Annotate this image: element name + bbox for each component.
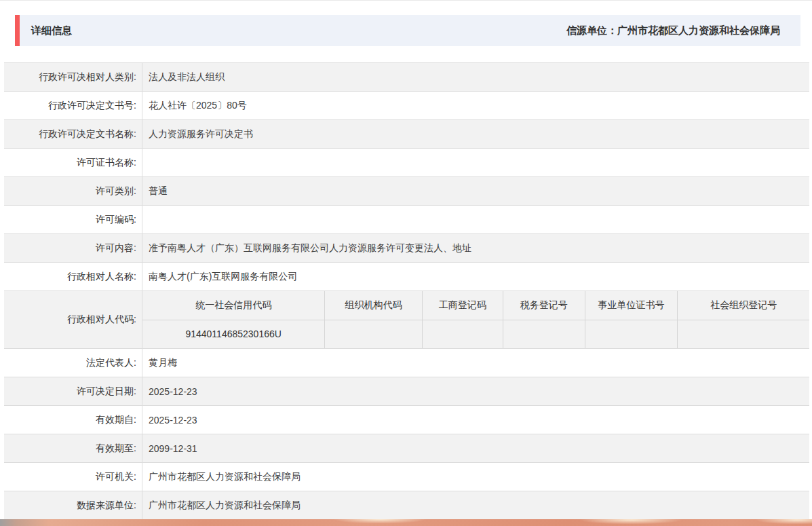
row-label: 有效期至: — [4, 434, 142, 462]
table-row: 数据来源单位:广州市花都区人力资源和社会保障局 — [4, 491, 809, 520]
row-label: 许可证书名称: — [4, 149, 142, 176]
row-label: 行政许可决相对人类别: — [4, 63, 142, 91]
table-row: 法定代表人:黄月梅 — [4, 349, 809, 377]
table-row: 行政许可决相对人类别:法人及非法人组织 — [4, 63, 809, 92]
table-row: 许可决定日期:2025-12-23 — [4, 377, 809, 406]
code-column-header: 统一社会信用代码 — [142, 291, 325, 320]
row-value: 人力资源服务许可决定书 — [142, 120, 809, 148]
row-label: 行政许可决定文书号: — [4, 92, 142, 119]
row-label: 行政相对人名称: — [4, 263, 142, 290]
row-value: 准予南粤人才（广东）互联网服务有限公司人力资源服务许可变更法人、地址 — [142, 234, 809, 262]
table-row: 行政许可决定文书号:花人社许〔2025〕80号 — [4, 92, 809, 120]
table-row: 许可内容:准予南粤人才（广东）互联网服务有限公司人力资源服务许可变更法人、地址 — [4, 234, 809, 263]
row-value: 南粤人才(广东)互联网服务有限公司 — [142, 263, 809, 290]
row-label: 行政许可决定文书名称: — [4, 120, 142, 148]
row-label: 许可类别: — [4, 177, 142, 205]
code-column-header: 事业单位证书号 — [585, 291, 678, 320]
code-value-row: 91440114685230166U — [142, 320, 809, 349]
row-value: 花人社许〔2025〕80号 — [142, 92, 809, 119]
table-row: 行政相对人代码:统一社会信用代码组织机构代码工商登记码税务登记号事业单位证书号社… — [4, 291, 809, 349]
row-label: 许可编码: — [4, 206, 142, 233]
code-column-header: 组织机构代码 — [325, 291, 423, 320]
code-value: 91440114685230166U — [142, 320, 325, 349]
table-row: 许可编码: — [4, 206, 809, 234]
code-value — [585, 320, 678, 349]
row-label: 法定代表人: — [4, 349, 142, 377]
table-row: 有效期自:2025-12-23 — [4, 406, 809, 434]
header-accent-bar — [15, 15, 20, 46]
row-value: 法人及非法人组织 — [142, 63, 809, 91]
row-value — [142, 149, 809, 176]
row-label: 行政相对人代码: — [4, 291, 142, 348]
code-column-header: 工商登记码 — [423, 291, 503, 320]
row-value: 黄月梅 — [142, 349, 809, 377]
detail-header: 详细信息 信源单位：广州市花都区人力资源和社会保障局 — [15, 15, 800, 46]
code-header-row: 统一社会信用代码组织机构代码工商登记码税务登记号事业单位证书号社会组织登记号 — [142, 291, 809, 320]
table-row: 行政相对人名称:南粤人才(广东)互联网服务有限公司 — [4, 263, 809, 291]
source-unit-label: 信源单位：广州市花都区人力资源和社会保障局 — [566, 24, 780, 37]
code-value — [325, 320, 423, 349]
row-value: 广州市花都区人力资源和社会保障局 — [142, 491, 809, 519]
table-row: 许可类别:普通 — [4, 177, 809, 206]
row-label: 许可内容: — [4, 234, 142, 262]
code-column-header: 税务登记号 — [503, 291, 585, 320]
page-title: 详细信息 — [31, 24, 72, 37]
row-label: 数据来源单位: — [4, 491, 142, 519]
code-value — [503, 320, 585, 349]
license-detail-table: 行政许可决相对人类别:法人及非法人组织行政许可决定文书号:花人社许〔2025〕8… — [4, 62, 809, 520]
row-label: 许可机关: — [4, 463, 142, 491]
row-label: 有效期自: — [4, 406, 142, 434]
decorative-footer-strip — [0, 519, 812, 526]
row-value: 广州市花都区人力资源和社会保障局 — [142, 463, 809, 491]
row-value: 普通 — [142, 177, 809, 205]
table-row: 许可机关:广州市花都区人力资源和社会保障局 — [4, 463, 809, 491]
row-value: 2025-12-23 — [142, 377, 809, 405]
table-row: 行政许可决定文书名称:人力资源服务许可决定书 — [4, 120, 809, 149]
code-value — [678, 320, 809, 349]
code-column-header: 社会组织登记号 — [678, 291, 809, 320]
table-row: 有效期至:2099-12-31 — [4, 434, 809, 463]
entity-codes-subtable: 统一社会信用代码组织机构代码工商登记码税务登记号事业单位证书号社会组织登记号91… — [142, 291, 809, 348]
row-value: 2025-12-23 — [142, 406, 809, 434]
code-value — [423, 320, 503, 349]
row-label: 许可决定日期: — [4, 377, 142, 405]
row-value — [142, 206, 809, 233]
row-value: 2099-12-31 — [142, 434, 809, 462]
table-row: 许可证书名称: — [4, 149, 809, 177]
